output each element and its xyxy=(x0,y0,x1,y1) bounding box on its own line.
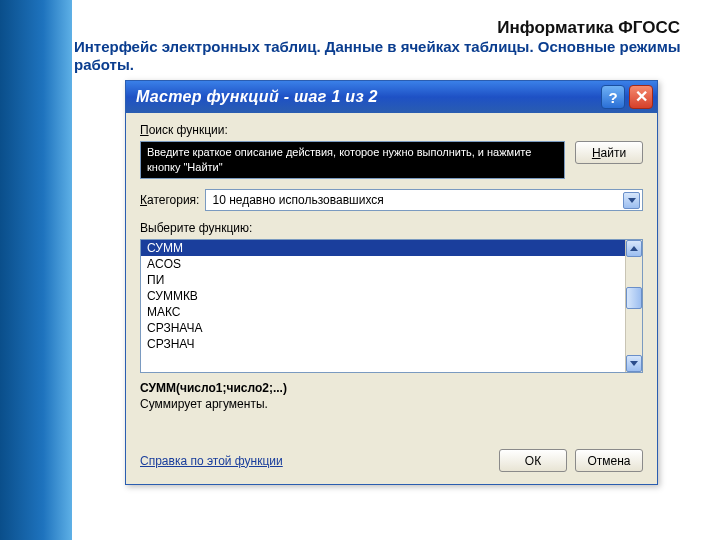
list-item[interactable]: СРЗНАЧ xyxy=(141,336,625,352)
scroll-thumb[interactable] xyxy=(626,287,642,309)
category-label: Категория: xyxy=(140,193,199,207)
category-value: 10 недавно использовавшихся xyxy=(212,193,383,207)
scroll-up-icon[interactable] xyxy=(626,240,642,257)
help-link[interactable]: Справка по этой функции xyxy=(140,454,499,468)
cancel-button[interactable]: Отмена xyxy=(575,449,643,472)
titlebar[interactable]: Мастер функций - шаг 1 из 2 ? ✕ xyxy=(126,81,657,113)
list-item[interactable]: СУММ xyxy=(141,240,625,256)
category-select[interactable]: 10 недавно использовавшихся xyxy=(205,189,643,211)
list-item[interactable]: СРЗНАЧА xyxy=(141,320,625,336)
slide-header: Информатика ФГОСС xyxy=(497,18,680,38)
function-description: Суммирует аргументы. xyxy=(140,397,643,411)
slide-accent-band xyxy=(0,0,72,540)
function-signature: СУММ(число1;число2;...) xyxy=(140,381,643,395)
scrollbar[interactable] xyxy=(625,240,642,372)
ok-button[interactable]: ОК xyxy=(499,449,567,472)
list-item[interactable]: ПИ xyxy=(141,272,625,288)
scroll-track[interactable] xyxy=(626,257,642,355)
scroll-down-icon[interactable] xyxy=(626,355,642,372)
list-item[interactable]: СУММКВ xyxy=(141,288,625,304)
search-label: Поиск функции: xyxy=(140,123,643,137)
select-function-label: Выберите функцию: xyxy=(140,221,643,235)
list-item[interactable]: МАКС xyxy=(141,304,625,320)
list-item[interactable]: ACOS xyxy=(141,256,625,272)
function-listbox[interactable]: СУММACOSПИСУММКВМАКССРЗНАЧАСРЗНАЧ xyxy=(140,239,643,373)
dialog-body: Поиск функции: Введите краткое описание … xyxy=(126,113,657,415)
help-icon[interactable]: ? xyxy=(601,85,625,109)
function-wizard-dialog: Мастер функций - шаг 1 из 2 ? ✕ Поиск фу… xyxy=(125,80,658,485)
search-input[interactable]: Введите краткое описание действия, котор… xyxy=(140,141,565,179)
slide-subtitle: Интерфейс электронных таблиц. Данные в я… xyxy=(74,38,690,74)
close-icon[interactable]: ✕ xyxy=(629,85,653,109)
find-button[interactable]: Найти xyxy=(575,141,643,164)
chevron-down-icon[interactable] xyxy=(623,192,640,209)
window-title: Мастер функций - шаг 1 из 2 xyxy=(136,88,597,106)
dialog-footer: Справка по этой функции ОК Отмена xyxy=(126,441,657,484)
